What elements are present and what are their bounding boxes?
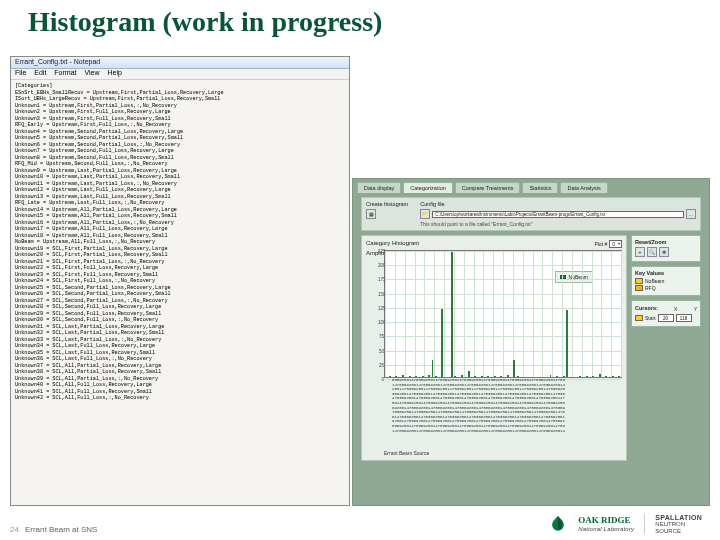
footer-text: Errant Beam at SNS: [25, 525, 97, 534]
cursors-title: Cursors:: [635, 305, 658, 311]
logo-area: OAK RIDGE National Laboratory SPALLATION…: [548, 514, 702, 534]
plot-number-select[interactable]: 0: [609, 240, 622, 248]
notepad-textarea[interactable]: [Categories] ESnSrt_EBHs_SmallRecov = Up…: [11, 80, 349, 405]
ornl-name: OAK RIDGE: [578, 516, 634, 525]
cursor-name: Start: [645, 315, 656, 321]
sns-logo-text: SPALLATION NEUTRON SOURCE: [655, 514, 702, 534]
cursor-swatch-icon: [635, 315, 643, 321]
key-values-title: Key Values: [635, 270, 697, 276]
slide-title: Histogram (work in progress): [28, 6, 382, 38]
key-values-card: Key Values NoBeam RFQ: [631, 266, 701, 296]
histogram-card: Category Histogram Plot # 0 Amplitude: [361, 235, 627, 461]
reset-zoom-title: Reset/Zoom: [635, 239, 697, 245]
config-file-label: Config file: [420, 201, 696, 207]
page-number: 24: [10, 525, 19, 534]
key-item-1: NoBeam: [645, 278, 664, 284]
tab-statistics[interactable]: Statistics: [522, 182, 558, 193]
oak-leaf-icon: [548, 514, 568, 534]
sns-line3: SOURCE: [655, 528, 702, 534]
key-item-2: RFQ: [645, 285, 656, 291]
create-histogram-label: Create histogram: [366, 201, 408, 207]
cursor-y-value[interactable]: 118: [676, 314, 692, 322]
menu-edit[interactable]: Edit: [34, 69, 46, 79]
x-axis-title: Errant Beam Source: [384, 450, 622, 456]
cursor-x-value[interactable]: 20: [658, 314, 674, 322]
app-tabs: Data display Categorization Compare Trea…: [353, 179, 709, 193]
tab-categorization[interactable]: Categorization: [403, 182, 452, 193]
menu-format[interactable]: Format: [54, 69, 76, 79]
browse-button[interactable]: ...: [686, 209, 696, 219]
plot-legend: NoBeam: [555, 271, 593, 283]
logo-divider: [644, 514, 645, 534]
key-swatch-2-icon: [635, 285, 643, 291]
reset-zoom-card: Reset/Zoom + 🔍 ✥: [631, 235, 701, 262]
cursors-card: Cursors: X Y Start 20 118: [631, 300, 701, 327]
histogram-plot[interactable]: NoBeam 0255075100125150175200225: [384, 250, 622, 378]
notepad-titlebar: Errant_Config.txt - Notepad: [11, 57, 349, 69]
histogram-app: Data display Categorization Compare Trea…: [352, 178, 710, 506]
config-path-field[interactable]: C:\Users\op\workarea\Instruments\Labs\Pr…: [432, 211, 684, 218]
tab-data-display[interactable]: Data display: [357, 182, 401, 193]
tab-data-analysis[interactable]: Data Analysis: [560, 182, 607, 193]
ornl-sub: National Laboratory: [578, 526, 634, 532]
sns-line1: SPALLATION: [655, 514, 702, 521]
zoom-in-icon[interactable]: +: [635, 247, 645, 257]
x-axis-labels: 0369258147036925814703692581470369258147…: [392, 378, 622, 446]
key-swatch-1-icon: [635, 278, 643, 284]
histogram-section-title: Category Histogram: [366, 240, 419, 248]
menu-view[interactable]: View: [85, 69, 100, 79]
pan-icon[interactable]: ✥: [659, 247, 669, 257]
cursor-y-header: Y: [694, 306, 697, 312]
plot-number-label: Plot #: [594, 241, 607, 247]
tab-compare[interactable]: Compare Treatments: [455, 182, 521, 193]
ornl-logo-text: OAK RIDGE National Laboratory: [578, 516, 634, 532]
notepad-window: Errant_Config.txt - Notepad File Edit Fo…: [10, 56, 350, 506]
menu-help[interactable]: Help: [108, 69, 122, 79]
zoom-tool-icon[interactable]: 🔍: [647, 247, 657, 257]
notepad-menubar[interactable]: File Edit Format View Help: [11, 69, 349, 80]
create-histogram-button[interactable]: ▦: [366, 209, 376, 219]
menu-file[interactable]: File: [15, 69, 26, 79]
config-row: Create histogram ▦ Config file 📁 C:\User…: [361, 197, 701, 231]
folder-icon[interactable]: 📁: [420, 209, 430, 219]
cursor-x-header: X: [674, 306, 677, 312]
slide-footer: 24 Errant Beam at SNS: [10, 525, 97, 534]
config-note: This should point to a file called "Erra…: [420, 221, 696, 227]
